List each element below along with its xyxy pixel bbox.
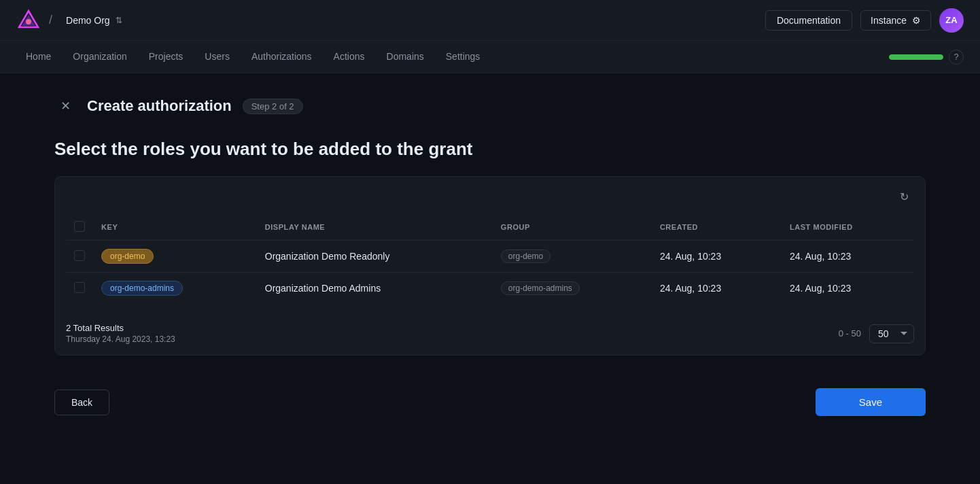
key-column-header: KEY: [93, 214, 257, 241]
progress-fill: [889, 54, 943, 60]
nav-item-projects[interactable]: Projects: [139, 44, 193, 70]
gear-icon: ⚙: [912, 15, 921, 26]
nav-item-organization[interactable]: Organization: [63, 44, 136, 70]
logo: / Demo Org ⇅: [16, 8, 128, 33]
instance-label: Instance: [871, 15, 907, 26]
display-name-column-header: DISPLAY NAME: [257, 214, 493, 241]
table-header-row: KEY DISPLAY NAME GROUP CREATED LAST MODI…: [66, 214, 914, 241]
header: / Demo Org ⇅ Documentation Instance ⚙ ZA: [0, 0, 980, 41]
back-button[interactable]: Back: [54, 390, 109, 415]
row2-created-cell: 24. Aug, 10:23: [652, 273, 782, 305]
created-column-header: CREATED: [652, 214, 782, 241]
org-name: Demo Org: [66, 15, 110, 26]
row2-group-badge: org-demo-admins: [501, 281, 580, 295]
row1-display-name-cell: Organization Demo Readonly: [257, 241, 493, 273]
nav-item-actions[interactable]: Actions: [324, 44, 374, 70]
row2-group-cell: org-demo-admins: [493, 273, 652, 305]
nav-item-authorizations[interactable]: Authorizations: [242, 44, 321, 70]
avatar[interactable]: ZA: [939, 8, 964, 33]
nav-item-settings[interactable]: Settings: [436, 44, 490, 70]
page-header: ✕ Create authorization Step 2 of 2: [54, 95, 926, 117]
instance-button[interactable]: Instance ⚙: [860, 10, 931, 31]
refresh-button[interactable]: ↻: [894, 188, 914, 206]
step-badge: Step 2 of 2: [243, 99, 303, 114]
save-button[interactable]: Save: [816, 388, 926, 416]
row2-select-cell: [66, 273, 93, 305]
main-nav: Home Organization Projects Users Authori…: [0, 41, 980, 73]
org-selector[interactable]: Demo Org ⇅: [60, 12, 128, 29]
pagination: 2 Total Results Thursday 24. Aug 2023, 1…: [66, 315, 914, 344]
select-all-column: [66, 214, 93, 241]
row1-group-cell: org-demo: [493, 241, 652, 273]
bottom-actions: Back Save: [54, 372, 926, 432]
table-toolbar: ↻: [66, 188, 914, 206]
logo-icon: [16, 8, 41, 33]
row1-last-modified-cell: 24. Aug, 10:23: [782, 241, 914, 273]
last-modified-column-header: LAST MODIFIED: [782, 214, 914, 241]
row1-key-badge: org-demo: [101, 249, 154, 264]
pagination-right: 0 - 50 50 100 200: [839, 324, 914, 343]
help-button[interactable]: ?: [949, 50, 964, 65]
header-right: Documentation Instance ⚙ ZA: [765, 8, 964, 33]
nav-item-home[interactable]: Home: [16, 44, 60, 70]
row2-checkbox[interactable]: [74, 282, 85, 293]
total-results-label: 2 Total Results: [66, 323, 175, 333]
row2-last-modified-cell: 24. Aug, 10:23: [782, 273, 914, 305]
progress-bar-container: ?: [889, 50, 964, 65]
table-card: ↻ KEY DISPLAY NAME GROUP CREATED LAST MO…: [54, 176, 926, 356]
row1-created-cell: 24. Aug, 10:23: [652, 241, 782, 273]
row1-checkbox[interactable]: [74, 250, 85, 261]
row2-key-cell: org-demo-admins: [93, 273, 257, 305]
documentation-button[interactable]: Documentation: [765, 10, 852, 31]
total-results: 2 Total Results Thursday 24. Aug 2023, 1…: [66, 323, 175, 344]
roles-table: KEY DISPLAY NAME GROUP CREATED LAST MODI…: [66, 214, 914, 304]
section-title: Select the roles you want to be added to…: [54, 139, 926, 160]
row1-key-cell: org-demo: [93, 241, 257, 273]
nav-item-users[interactable]: Users: [195, 44, 239, 70]
progress-bar: [889, 54, 943, 60]
row2-key-badge: org-demo-admins: [101, 281, 183, 296]
logo-slash: /: [49, 13, 52, 27]
chevron-updown-icon: ⇅: [116, 16, 122, 25]
row1-select-cell: [66, 241, 93, 273]
row2-display-name-cell: Organization Demo Admins: [257, 273, 493, 305]
table-row: org-demo-admins Organization Demo Admins…: [66, 273, 914, 305]
total-results-date: Thursday 24. Aug 2023, 13:23: [66, 334, 175, 344]
page-range: 0 - 50: [839, 328, 861, 339]
page-title: Create authorization: [87, 97, 232, 115]
row1-group-badge: org-demo: [501, 249, 550, 263]
nav-item-domains[interactable]: Domains: [377, 44, 434, 70]
group-column-header: GROUP: [493, 214, 652, 241]
table-row: org-demo Organization Demo Readonly org-…: [66, 241, 914, 273]
per-page-select[interactable]: 50 100 200: [869, 324, 914, 343]
select-all-checkbox[interactable]: [74, 221, 85, 232]
close-button[interactable]: ✕: [54, 95, 76, 117]
svg-point-2: [26, 19, 31, 24]
main-content: ✕ Create authorization Step 2 of 2 Selec…: [0, 73, 980, 454]
